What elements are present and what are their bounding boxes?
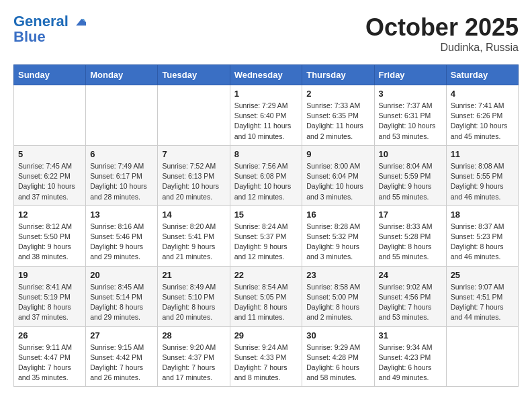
month-title: October 2025 [365, 13, 519, 42]
day-info: Sunrise: 9:02 AM Sunset: 4:56 PM Dayligh… [379, 282, 442, 323]
day-info: Sunrise: 7:56 AM Sunset: 6:08 PM Dayligh… [234, 161, 298, 202]
calendar-cell: 26Sunrise: 9:11 AM Sunset: 4:47 PM Dayli… [14, 326, 86, 387]
title-block: October 2025 Dudinka, Russia [365, 13, 519, 54]
day-number: 27 [90, 330, 153, 340]
day-info: Sunrise: 9:34 AM Sunset: 4:23 PM Dayligh… [379, 342, 442, 383]
day-number: 20 [90, 270, 153, 280]
calendar-cell: 19Sunrise: 8:41 AM Sunset: 5:19 PM Dayli… [14, 266, 86, 326]
day-number: 12 [18, 210, 81, 220]
day-info: Sunrise: 8:00 AM Sunset: 6:04 PM Dayligh… [306, 161, 369, 202]
day-number: 31 [379, 330, 442, 340]
calendar-cell: 18Sunrise: 8:37 AM Sunset: 5:23 PM Dayli… [446, 205, 518, 266]
calendar-cell: 7Sunrise: 7:52 AM Sunset: 6:13 PM Daylig… [158, 145, 230, 205]
logo-icon [74, 17, 86, 27]
calendar-cell: 15Sunrise: 8:24 AM Sunset: 5:37 PM Dayli… [230, 205, 302, 266]
day-number: 19 [18, 270, 81, 280]
day-info: Sunrise: 7:45 AM Sunset: 6:22 PM Dayligh… [18, 161, 81, 202]
day-info: Sunrise: 9:11 AM Sunset: 4:47 PM Dayligh… [18, 342, 81, 383]
day-number: 5 [18, 149, 81, 159]
svg-marker-0 [76, 19, 86, 26]
calendar-cell: 6Sunrise: 7:49 AM Sunset: 6:17 PM Daylig… [86, 145, 158, 205]
calendar-cell: 25Sunrise: 9:07 AM Sunset: 4:51 PM Dayli… [446, 266, 518, 326]
calendar-cell [446, 326, 518, 387]
logo-blue: Blue [13, 28, 46, 46]
day-number: 30 [306, 330, 369, 340]
weekday-header-saturday: Saturday [446, 65, 518, 85]
calendar-cell [158, 85, 230, 146]
day-info: Sunrise: 8:12 AM Sunset: 5:50 PM Dayligh… [18, 222, 81, 263]
calendar-cell: 4Sunrise: 7:41 AM Sunset: 6:26 PM Daylig… [446, 85, 518, 146]
calendar-cell: 13Sunrise: 8:16 AM Sunset: 5:46 PM Dayli… [86, 205, 158, 266]
day-number: 25 [451, 270, 514, 280]
calendar-cell: 3Sunrise: 7:37 AM Sunset: 6:31 PM Daylig… [374, 85, 446, 146]
calendar-cell: 2Sunrise: 7:33 AM Sunset: 6:35 PM Daylig… [302, 85, 374, 146]
day-info: Sunrise: 8:04 AM Sunset: 5:59 PM Dayligh… [379, 161, 442, 202]
weekday-header-monday: Monday [86, 65, 158, 85]
day-number: 14 [162, 210, 225, 220]
calendar-cell: 8Sunrise: 7:56 AM Sunset: 6:08 PM Daylig… [230, 145, 302, 205]
day-number: 8 [234, 149, 298, 159]
calendar-week-5: 26Sunrise: 9:11 AM Sunset: 4:47 PM Dayli… [14, 326, 519, 387]
calendar-cell: 10Sunrise: 8:04 AM Sunset: 5:59 PM Dayli… [374, 145, 446, 205]
day-info: Sunrise: 7:41 AM Sunset: 6:26 PM Dayligh… [451, 101, 514, 142]
calendar-cell: 11Sunrise: 8:08 AM Sunset: 5:55 PM Dayli… [446, 145, 518, 205]
day-number: 18 [451, 210, 514, 220]
day-number: 28 [162, 330, 225, 340]
day-info: Sunrise: 9:07 AM Sunset: 4:51 PM Dayligh… [451, 282, 514, 323]
day-info: Sunrise: 8:08 AM Sunset: 5:55 PM Dayligh… [451, 161, 514, 202]
weekday-header-friday: Friday [374, 65, 446, 85]
weekday-header-sunday: Sunday [14, 65, 86, 85]
calendar-week-3: 12Sunrise: 8:12 AM Sunset: 5:50 PM Dayli… [14, 205, 519, 266]
day-number: 23 [306, 270, 369, 280]
day-number: 17 [379, 210, 442, 220]
day-info: Sunrise: 8:54 AM Sunset: 5:05 PM Dayligh… [234, 282, 298, 323]
day-info: Sunrise: 9:24 AM Sunset: 4:33 PM Dayligh… [234, 342, 298, 383]
calendar-cell: 14Sunrise: 8:20 AM Sunset: 5:41 PM Dayli… [158, 205, 230, 266]
weekday-header-row: SundayMondayTuesdayWednesdayThursdayFrid… [14, 65, 519, 85]
day-number: 22 [234, 270, 298, 280]
calendar-week-1: 1Sunrise: 7:29 AM Sunset: 6:40 PM Daylig… [14, 85, 519, 146]
day-info: Sunrise: 9:15 AM Sunset: 4:42 PM Dayligh… [90, 342, 153, 383]
calendar-cell: 31Sunrise: 9:34 AM Sunset: 4:23 PM Dayli… [374, 326, 446, 387]
day-number: 2 [306, 89, 369, 99]
calendar-cell: 20Sunrise: 8:45 AM Sunset: 5:14 PM Dayli… [86, 266, 158, 326]
calendar-cell: 9Sunrise: 8:00 AM Sunset: 6:04 PM Daylig… [302, 145, 374, 205]
day-info: Sunrise: 8:24 AM Sunset: 5:37 PM Dayligh… [234, 222, 298, 263]
day-info: Sunrise: 7:49 AM Sunset: 6:17 PM Dayligh… [90, 161, 153, 202]
day-number: 3 [379, 89, 442, 99]
day-number: 10 [379, 149, 442, 159]
calendar-table: SundayMondayTuesdayWednesdayThursdayFrid… [13, 64, 519, 387]
calendar-cell: 1Sunrise: 7:29 AM Sunset: 6:40 PM Daylig… [230, 85, 302, 146]
day-info: Sunrise: 8:16 AM Sunset: 5:46 PM Dayligh… [90, 222, 153, 263]
day-info: Sunrise: 7:33 AM Sunset: 6:35 PM Dayligh… [306, 101, 369, 142]
location: Dudinka, Russia [365, 42, 519, 54]
day-number: 24 [379, 270, 442, 280]
calendar-cell: 22Sunrise: 8:54 AM Sunset: 5:05 PM Dayli… [230, 266, 302, 326]
calendar-cell [14, 85, 86, 146]
day-number: 4 [451, 89, 514, 99]
calendar-cell: 28Sunrise: 9:20 AM Sunset: 4:37 PM Dayli… [158, 326, 230, 387]
day-number: 26 [18, 330, 81, 340]
calendar-cell: 12Sunrise: 8:12 AM Sunset: 5:50 PM Dayli… [14, 205, 86, 266]
day-number: 29 [234, 330, 298, 340]
day-info: Sunrise: 7:52 AM Sunset: 6:13 PM Dayligh… [162, 161, 225, 202]
calendar-cell: 21Sunrise: 8:49 AM Sunset: 5:10 PM Dayli… [158, 266, 230, 326]
calendar-cell: 29Sunrise: 9:24 AM Sunset: 4:33 PM Dayli… [230, 326, 302, 387]
calendar-week-2: 5Sunrise: 7:45 AM Sunset: 6:22 PM Daylig… [14, 145, 519, 205]
calendar-cell: 17Sunrise: 8:33 AM Sunset: 5:28 PM Dayli… [374, 205, 446, 266]
day-info: Sunrise: 8:20 AM Sunset: 5:41 PM Dayligh… [162, 222, 225, 263]
weekday-header-tuesday: Tuesday [158, 65, 230, 85]
weekday-header-thursday: Thursday [302, 65, 374, 85]
day-number: 16 [306, 210, 369, 220]
logo: General Blue [13, 13, 86, 46]
page-header: General Blue October 2025 Dudinka, Russi… [13, 13, 519, 54]
day-number: 21 [162, 270, 225, 280]
calendar-week-4: 19Sunrise: 8:41 AM Sunset: 5:19 PM Dayli… [14, 266, 519, 326]
day-number: 6 [90, 149, 153, 159]
day-info: Sunrise: 8:49 AM Sunset: 5:10 PM Dayligh… [162, 282, 225, 323]
weekday-header-wednesday: Wednesday [230, 65, 302, 85]
calendar-cell: 5Sunrise: 7:45 AM Sunset: 6:22 PM Daylig… [14, 145, 86, 205]
calendar-cell [86, 85, 158, 146]
day-info: Sunrise: 8:58 AM Sunset: 5:00 PM Dayligh… [306, 282, 369, 323]
logo-text: General [13, 13, 86, 30]
